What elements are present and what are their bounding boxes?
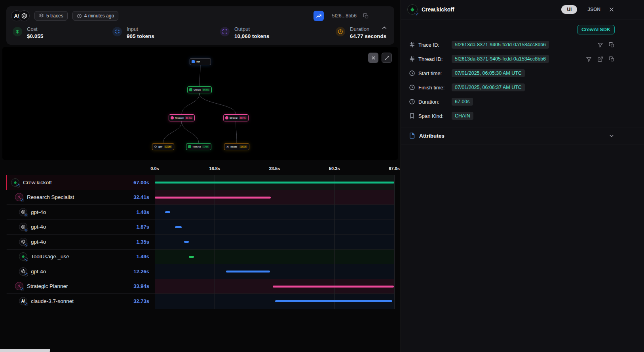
horizontal-scrollbar[interactable] xyxy=(0,349,50,352)
node-label: Run xyxy=(196,61,200,63)
row-name-cell: gpt-4o1.40s xyxy=(7,205,155,220)
row-label: gpt-4o xyxy=(31,209,46,215)
duration-bar[interactable] xyxy=(273,286,394,288)
attributes-section-toggle[interactable]: Attributes xyxy=(401,127,644,144)
graph-node-claude[interactable]: A\claude-3.7-sonnet32.73s xyxy=(224,143,249,150)
timeline-row-research-specialist[interactable]: Research Specialist32.41s xyxy=(6,190,394,205)
field-label: Start time: xyxy=(418,70,448,76)
expand-graph-button[interactable] xyxy=(382,53,392,63)
trace-id-short: 5f26...8bb6 xyxy=(332,13,357,19)
trace-header-row: A\ 5 traces 4 minutes ago 5f26...8bb6 xyxy=(11,9,389,22)
layers-icon xyxy=(39,13,44,19)
field-actions xyxy=(597,42,615,48)
tokens-out-icon xyxy=(220,27,230,36)
axis-tick: 50.3s xyxy=(329,166,340,171)
crew-icon xyxy=(407,4,418,15)
sdk-badge: CrewAI SDK xyxy=(577,25,615,34)
copy-icon[interactable] xyxy=(609,56,615,62)
hash-icon xyxy=(409,56,415,62)
field-label: Trace ID: xyxy=(418,42,448,48)
detail-panel-header: Crew.kickoff UI JSON xyxy=(401,0,644,19)
row-name-cell: gpt-4o12.26s xyxy=(7,264,155,279)
span-title: Crew.kickoff xyxy=(422,6,454,13)
axis-tick: 0.0s xyxy=(150,166,159,171)
graph-node-crew[interactable]: Crew.kickoff67.00s xyxy=(187,86,212,93)
chevron-up-icon xyxy=(381,25,388,32)
row-duration: 1.87s xyxy=(136,224,155,230)
row-track xyxy=(155,235,394,249)
close-panel-button[interactable] xyxy=(608,6,615,13)
node-duration-chip: 33.94s xyxy=(239,116,247,119)
copy-trace-id-icon[interactable] xyxy=(363,13,369,19)
waterfall-rows: Crew.kickoff67.00sResearch Specialist32.… xyxy=(6,175,394,309)
row-label: Strategic Planner xyxy=(27,283,68,289)
collapse-metrics-button[interactable] xyxy=(381,25,388,32)
row-duration: 1.35s xyxy=(136,239,155,245)
traces-count-badge[interactable]: 5 traces xyxy=(34,11,68,21)
filter-icon[interactable] xyxy=(597,42,603,48)
run-icon xyxy=(192,60,195,63)
metric-value: $0.055 xyxy=(27,33,43,39)
duration-bar[interactable] xyxy=(175,226,182,228)
openai-icon xyxy=(19,238,27,246)
app-root: A\ 5 traces 4 minutes ago 5f26...8bb6 xyxy=(0,0,644,352)
field-span-kind: Span Kind:CHAIN xyxy=(401,109,644,123)
timeline-row-gpt-4o[interactable]: gpt-4o12.26s xyxy=(6,264,394,279)
field-value: 5f2613da-8371-9405-fcdd-0a1534cc8bb6 xyxy=(452,41,549,49)
agentops-badge-icon xyxy=(24,243,28,247)
timeline-row-toolusage-use[interactable]: ToolUsage._use1.49s xyxy=(6,250,394,265)
openai-icon xyxy=(19,223,27,231)
duration-bar[interactable] xyxy=(155,182,394,184)
node-duration-chip: 67.00s xyxy=(202,88,210,91)
field-value: 67.00s xyxy=(452,98,473,106)
row-track xyxy=(155,250,394,264)
field-value: 07/01/2025, 06:06:37 AM UTC xyxy=(452,83,525,91)
graph-node-strategic[interactable]: Strategic Planner33.94s xyxy=(223,114,249,121)
duration-bar[interactable] xyxy=(155,197,271,199)
graph-node-gpt4o[interactable]: gpt-4o12.26s xyxy=(152,143,174,150)
agentops-badge-icon xyxy=(24,273,28,276)
row-label: gpt-4o xyxy=(31,269,46,274)
timeline-row-gpt-4o[interactable]: gpt-4o1.87s xyxy=(6,220,394,235)
field-label: Duration: xyxy=(418,99,448,105)
trace-metrics-button[interactable] xyxy=(313,11,324,21)
timeline-row-claude-3-7-sonnet[interactable]: A\claude-3.7-sonnet32.73s xyxy=(6,294,394,309)
duration-bar[interactable] xyxy=(226,271,270,273)
tab-json[interactable]: JSON xyxy=(587,7,600,12)
row-name-cell: A\claude-3.7-sonnet32.73s xyxy=(7,294,155,309)
duration-bar[interactable] xyxy=(275,300,392,302)
tool-icon xyxy=(19,252,27,261)
timeline-row-strategic-planner[interactable]: Strategic Planner33.94s xyxy=(6,279,394,294)
external-icon[interactable] xyxy=(597,56,603,62)
timeline-row-crew-kickoff[interactable]: Crew.kickoff67.00s xyxy=(6,175,394,190)
timeline-row-gpt-4o[interactable]: gpt-4o1.35s xyxy=(6,235,394,250)
clock-icon xyxy=(77,13,82,19)
metric-cost: Cost$0.055 xyxy=(13,26,112,39)
row-label: Research Specialist xyxy=(27,194,74,200)
field-value: 07/01/2025, 06:05:30 AM UTC xyxy=(452,69,525,77)
provider-icons: A\ xyxy=(11,10,30,21)
tab-ui[interactable]: UI xyxy=(561,5,577,14)
agent-icon xyxy=(225,116,228,119)
field-duration: Duration:67.00s xyxy=(401,95,644,109)
row-name-cell: Strategic Planner33.94s xyxy=(7,279,155,294)
row-name-cell: Crew.kickoff67.00s xyxy=(7,175,155,190)
timeline-row-gpt-4o[interactable]: gpt-4o1.40s xyxy=(6,205,394,220)
graph-node-tool[interactable]: ToolUsage._use1.49s xyxy=(186,143,211,150)
row-duration: 67.00s xyxy=(133,180,155,185)
trace-age-badge[interactable]: 4 minutes ago xyxy=(72,11,118,21)
close-graph-button[interactable] xyxy=(368,53,378,63)
duration-bar[interactable] xyxy=(189,256,194,258)
duration-bar[interactable] xyxy=(184,241,189,243)
filter-icon[interactable] xyxy=(586,56,592,62)
row-label: claude-3.7-sonnet xyxy=(31,298,74,304)
openai-icon xyxy=(19,267,27,276)
copy-icon[interactable] xyxy=(609,42,615,48)
graph-node-run[interactable]: Run xyxy=(190,58,211,65)
graph-node-research[interactable]: Research Specialist32.41s xyxy=(169,114,195,121)
duration-bar[interactable] xyxy=(165,211,170,213)
field-label: Span Kind: xyxy=(418,113,448,119)
axis-tick: 33.5s xyxy=(269,166,280,171)
clock-icon xyxy=(409,70,415,76)
chevron-down-icon[interactable] xyxy=(608,132,615,139)
